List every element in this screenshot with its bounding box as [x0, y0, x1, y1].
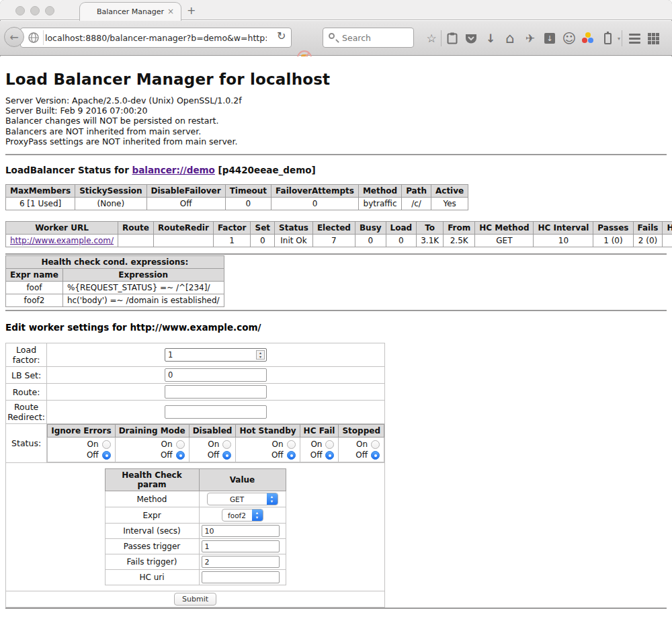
expr-label: Expr [105, 507, 199, 524]
interval-input[interactable] [202, 525, 280, 537]
col-hc-param: Health Check param [105, 469, 199, 491]
radio-ignore-errors-off[interactable] [102, 451, 111, 460]
col-expression: Expression [62, 269, 224, 282]
tab-close-icon[interactable]: × [167, 7, 174, 16]
edit-worker-heading: Edit worker settings for http://www.exam… [5, 322, 667, 333]
load-factor-input[interactable] [165, 348, 267, 362]
route-input[interactable] [165, 385, 267, 399]
balancer-demo-link[interactable]: balancer://demo [132, 165, 215, 175]
save-arrow-glyph: ↓ [544, 33, 555, 44]
col-worker-url: Worker URL [6, 222, 118, 235]
tiles-icon[interactable] [646, 31, 661, 46]
titlebar: Balancer Manager × + [0, 0, 672, 20]
passes-input[interactable] [202, 540, 280, 552]
radio-hot-standby-on[interactable] [287, 440, 296, 449]
status-row: Status: Ignore Errors Draining Mode Disa… [6, 424, 385, 463]
off-label: Off [310, 450, 323, 460]
server-built: Server Built: Feb 9 2016 07:00:20 [5, 106, 667, 116]
notice-proxypass: ProxyPass settings are NOT inherited fro… [5, 136, 667, 147]
server-version: Server Version: Apache/2.5.0-dev (Unix) … [5, 95, 667, 106]
radio-disabled-on[interactable] [222, 440, 231, 449]
worker-url-link[interactable]: http://www.example.com/ [10, 236, 114, 245]
on-label: On [161, 440, 173, 449]
route-label: Route: [6, 384, 47, 401]
radio-hc-fail-off[interactable] [325, 451, 334, 460]
route-row: Route: [6, 384, 385, 401]
radio-stopped-off[interactable] [371, 451, 380, 460]
radio-hot-standby-off[interactable] [287, 451, 296, 460]
select-stepper-icon: ▴▾ [267, 493, 278, 505]
method-label: Method [105, 491, 199, 507]
browser-window: Balancer Manager × + ← ↻ ☆ ↓ ⌂ [0, 0, 672, 623]
fails-input[interactable] [202, 556, 280, 568]
search-input[interactable] [342, 33, 407, 43]
colored-dots-icon[interactable] [581, 31, 595, 46]
lb-set-input[interactable] [165, 368, 267, 382]
col-value: Value [199, 469, 286, 491]
off-label: Off [161, 450, 173, 460]
col-draining-mode: Draining Mode [115, 425, 189, 438]
col-maxmembers: MaxMembers [6, 185, 75, 198]
search-bar[interactable] [323, 28, 414, 48]
radio-draining-mode-off[interactable] [176, 451, 185, 460]
expr-row: foof %{REQUEST_STATUS} =~ /^[234]/ [6, 282, 224, 294]
pocket-icon[interactable] [464, 31, 478, 46]
close-window-button[interactable] [15, 6, 25, 15]
expr-row: foof2 hc('body') =~ /domain is establish… [6, 294, 224, 307]
passes-label: Passes trigger [105, 539, 199, 554]
radio-ignore-errors-on[interactable] [102, 440, 111, 449]
hc-params-row: Health Check param Value Method GET▴▾ Ex… [6, 463, 385, 591]
lb-set-row: LB Set: [6, 367, 385, 384]
number-stepper[interactable]: ▴▾ [256, 350, 265, 360]
clipboard-icon[interactable] [445, 31, 460, 46]
col-stopped: Stopped [339, 425, 384, 438]
send-icon[interactable]: ✈ [523, 31, 538, 46]
bookmark-star-icon[interactable]: ☆ [424, 31, 439, 46]
navigation-toolbar: ← ↻ ☆ ↓ ⌂ ✈ ↓ ☺ [0, 21, 672, 56]
submit-button[interactable]: Submit [174, 593, 216, 606]
health-check-expressions-table: Health check cond. expressions: Expr nam… [5, 255, 224, 307]
worker-row: http://www.example.com/ 1 0 Init Ok 7 0 … [6, 235, 672, 247]
home-icon[interactable]: ⌂ [503, 31, 517, 46]
overflow-caret-icon[interactable]: ▾ [612, 31, 626, 46]
radio-hc-fail-on[interactable] [325, 440, 334, 449]
download-icon[interactable]: ↓ [483, 31, 498, 46]
hc-uri-input[interactable] [202, 571, 280, 583]
search-icon [329, 33, 335, 39]
reload-icon[interactable]: ↻ [277, 30, 286, 42]
chat-smiley-icon[interactable]: ☺ [562, 31, 577, 46]
url-bar[interactable] [20, 28, 292, 48]
health-check-param-table: Health Check param Value Method GET▴▾ Ex… [105, 468, 286, 585]
table-row: 6 [1 Used] (None) Off 0 0 bytraffic /c/ … [6, 198, 468, 210]
radio-disabled-off[interactable] [222, 451, 231, 460]
back-button[interactable]: ← [4, 27, 24, 47]
route-redirect-row: Route Redirect: [6, 401, 385, 424]
method-select[interactable]: GET▴▾ [207, 493, 278, 505]
bottom-divider [5, 608, 667, 609]
hamburger-glyph [629, 34, 640, 44]
col-hc-fail: HC Fail [300, 425, 339, 438]
minimize-window-button[interactable] [30, 6, 40, 15]
worker-status-table: Worker URL Route RouteRedir Factor Set S… [5, 221, 672, 247]
notice-inherit: Balancers are NOT inherited from main se… [5, 126, 667, 136]
save-to-device-icon[interactable]: ↓ [542, 31, 557, 46]
interval-label: Interval (secs) [105, 524, 199, 539]
radio-stopped-on[interactable] [371, 440, 380, 449]
menu-icon[interactable] [627, 31, 642, 46]
notice-persist: Balancer changes will NOT be persisted o… [5, 116, 667, 126]
col-timeout: Timeout [225, 185, 271, 198]
expr-select[interactable]: foof2▴▾ [222, 509, 263, 522]
off-label: Off [87, 450, 99, 460]
col-hot-standby: Hot Standby [236, 425, 300, 438]
tab-balancer-manager[interactable]: Balancer Manager × [79, 2, 181, 21]
balancer-status-heading: LoadBalancer Status for balancer://demo … [5, 165, 667, 175]
radio-draining-mode-on[interactable] [176, 440, 185, 449]
site-identity-globe-icon[interactable] [28, 32, 39, 43]
route-redirect-input[interactable] [165, 405, 267, 419]
server-info: Server Version: Apache/2.5.0-dev (Unix) … [5, 95, 667, 147]
page-content: Load Balancer Manager for localhost Serv… [0, 56, 672, 623]
status-heading-suffix: [p4420eeae_demo] [215, 165, 316, 175]
url-input[interactable] [45, 33, 267, 43]
new-tab-button[interactable]: + [187, 4, 196, 17]
zoom-window-button[interactable] [45, 6, 54, 15]
